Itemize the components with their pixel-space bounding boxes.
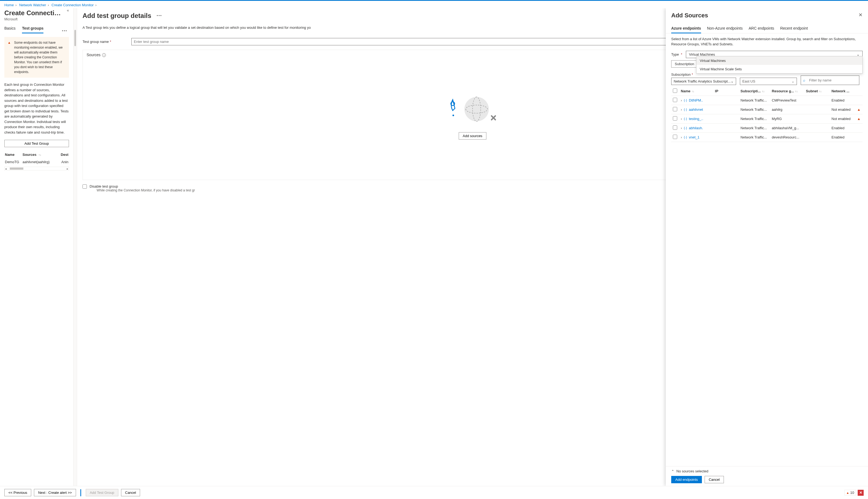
next-button[interactable]: Next : Create alert >> (34, 489, 76, 496)
region-value: East US (742, 79, 755, 83)
type-dropdown: Virtual Machines Virtual Machine Scale S… (696, 56, 863, 74)
description-text: Each test group in Connection Monitor de… (4, 82, 69, 135)
vnet-icon: ⟨·⟩ (684, 99, 687, 102)
row-subscription: Network Traffic... (739, 123, 770, 133)
row-checkbox[interactable] (673, 116, 677, 121)
crumb-network-watcher[interactable]: Network Watcher (19, 3, 46, 7)
col-subscription[interactable]: Subscripti...↑↓ (739, 87, 770, 96)
col-network[interactable]: Network ... (830, 87, 856, 96)
svg-point-2 (452, 114, 454, 116)
tab-recent-endpoint[interactable]: Recent endpoint (780, 24, 808, 33)
row-subscription: Network Traffic... (739, 133, 770, 142)
row-name-link[interactable]: testing_.. (689, 117, 703, 121)
chevron-up-icon: ⌄ (671, 469, 674, 473)
col-dest[interactable]: Dest (58, 153, 69, 157)
add-test-group-button[interactable]: Add Test Group (4, 140, 69, 147)
org-label: Microsoft (4, 17, 69, 21)
previous-button[interactable]: << Previous (4, 489, 31, 496)
expand-icon[interactable]: › (681, 135, 682, 139)
footer-cancel-button[interactable]: Cancel (121, 489, 140, 496)
row-resource-group: deveshResourc... (770, 133, 805, 142)
crumb-create-cm[interactable]: Create Connection Monitor (52, 3, 94, 7)
expand-icon[interactable]: › (681, 126, 682, 130)
chevron-down-icon: ⌄ (731, 79, 734, 83)
table-row[interactable]: ›⟨·⟩testing_..Network Traffic...MyRGNot … (671, 114, 863, 123)
svg-point-0 (464, 97, 489, 121)
expand-icon[interactable]: › (681, 98, 682, 102)
pill-subscription[interactable]: Subscription (671, 60, 698, 68)
row-name-link[interactable]: aahilvnet (689, 108, 703, 112)
row-network: Enabled (830, 123, 856, 133)
close-icon[interactable]: ✕ (858, 12, 863, 18)
col-name[interactable]: Name↑↓ (679, 87, 713, 96)
col-resource-group[interactable]: Resource g...↑↓ (770, 87, 805, 96)
row-network: Enabled (830, 96, 856, 105)
add-endpoints-button[interactable]: Add endpoints (671, 476, 702, 483)
row-network: Not enabled (830, 105, 856, 114)
tab-arc-endpoints[interactable]: ARC endpoints (748, 24, 774, 33)
filter-input[interactable] (807, 77, 857, 84)
row-name: DemoTG (5, 160, 20, 164)
warning-icon: ▲ (857, 108, 861, 112)
row-subscription: Network Traffic... (739, 114, 770, 123)
type-option-vmss[interactable]: Virtual Machine Scale Sets (696, 65, 862, 73)
row-checkbox[interactable] (673, 107, 677, 111)
pane2-more-icon[interactable]: ••• (155, 14, 164, 17)
tab-test-groups[interactable]: Test groups (22, 24, 44, 33)
tab-azure-endpoints[interactable]: Azure endpoints (671, 24, 701, 33)
row-dest: Anin (58, 160, 69, 164)
table-row[interactable]: DemoTG aahilvnet(aahilrg) Anin (4, 158, 69, 166)
type-value: Virtual Machines (689, 52, 715, 57)
expand-icon[interactable]: › (681, 117, 682, 121)
row-resource-group: abhilashaVM_g... (770, 123, 805, 133)
row-checkbox[interactable] (673, 98, 677, 102)
p3-description: Select from a list of Azure VMs with Net… (671, 37, 863, 47)
table-row[interactable]: ›⟨·⟩vnet_1Network Traffic...deveshResour… (671, 133, 863, 142)
p3-cancel-button[interactable]: Cancel (705, 476, 723, 483)
row-resource-group: aahilrg (770, 105, 805, 114)
disable-subtext: While creating the Connection Monitor, i… (97, 188, 195, 192)
row-sources: aahilvnet(aahilrg) (23, 160, 55, 164)
crumb-home[interactable]: Home (4, 3, 14, 7)
type-option-vm[interactable]: Virtual Machines (696, 57, 862, 65)
pane2-title: Add test group details (83, 12, 151, 20)
row-resource-group: MyRG (770, 114, 805, 123)
no-sources-bar[interactable]: ⌄No sources selected (671, 469, 863, 473)
col-name[interactable]: Name (5, 153, 20, 157)
add-sources-title: Add Sources (671, 12, 708, 19)
vnet-icon: ⟨·⟩ (684, 126, 687, 130)
row-name-link[interactable]: vnet_1 (689, 135, 699, 139)
resize-gutter[interactable] (73, 8, 77, 486)
filter-search[interactable]: ⌕ (801, 75, 859, 85)
horizontal-scrollbar[interactable] (4, 167, 69, 170)
error-badge[interactable]: ✕ (858, 490, 864, 496)
disable-label: Disable test group (89, 184, 195, 188)
warning-badge[interactable]: 10 (844, 490, 856, 496)
info-icon[interactable]: i (102, 53, 106, 57)
tab-basics[interactable]: Basics (4, 24, 15, 33)
region-select[interactable]: East US⌄ (740, 78, 797, 85)
row-name-link[interactable]: abhilash. (689, 126, 703, 130)
row-checkbox[interactable] (673, 125, 677, 130)
disable-test-group-checkbox[interactable] (83, 184, 87, 189)
row-name-link[interactable]: DtlNPM.. (689, 98, 703, 102)
expand-icon[interactable]: › (681, 108, 682, 112)
add-sources-button[interactable]: Add sources (459, 132, 486, 139)
subscription-value: Network Traffic Analytics Subscript... (674, 79, 731, 83)
col-subnet[interactable]: Subnet↑↓ (804, 87, 830, 96)
select-all-checkbox[interactable] (673, 88, 677, 93)
type-label: Type * (671, 52, 682, 57)
col-ip[interactable]: IP (713, 87, 739, 96)
subscription-select[interactable]: Network Traffic Analytics Subscript...⌄ (671, 78, 736, 85)
table-row[interactable]: ›⟨·⟩aahilvnetNetwork Traffic...aahilrgNo… (671, 105, 863, 114)
tab-non-azure-endpoints[interactable]: Non-Azure endpoints (707, 24, 743, 33)
sources-heading: Sourcesi (87, 53, 106, 57)
table-row[interactable]: ›⟨·⟩abhilash.Network Traffic...abhilasha… (671, 123, 863, 133)
more-icon[interactable]: ••• (60, 29, 69, 33)
row-checkbox[interactable] (673, 135, 677, 139)
table-row[interactable]: ›⟨·⟩DtlNPM..Network Traffic...CMPreviewT… (671, 96, 863, 105)
col-sources[interactable]: Sources ↑↓ (23, 153, 55, 157)
collapse-icon[interactable]: « (67, 8, 69, 12)
page-title: Create Connection... (4, 9, 64, 17)
no-sources-label: No sources selected (677, 469, 708, 473)
